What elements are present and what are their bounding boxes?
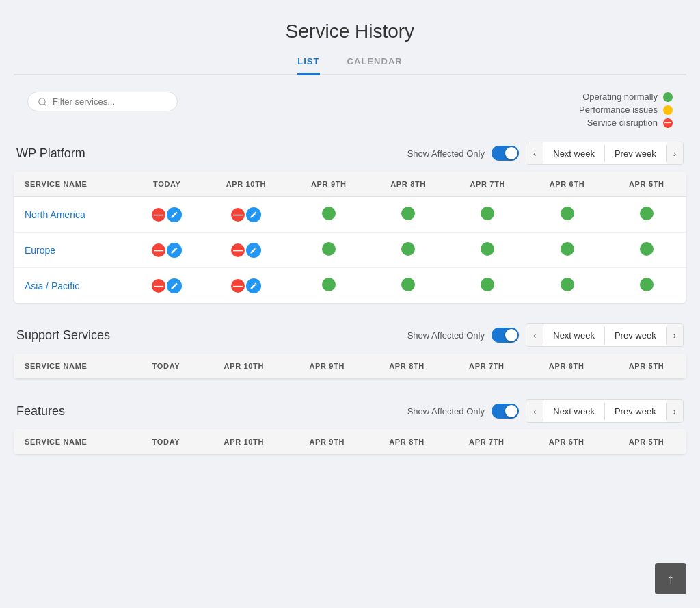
col-apr8-1: APR 8TH: [367, 354, 447, 379]
green-dot: [640, 278, 654, 291]
legend-performance: Performance issues: [579, 105, 673, 115]
col-service-name-0: SERVICE NAME: [14, 172, 131, 197]
table-row: Europe — —: [14, 233, 686, 268]
green-dot: [640, 242, 654, 256]
status-apr5-ap: [607, 268, 686, 304]
svg-point-0: [39, 98, 45, 104]
status-apr10-na: —: [203, 197, 289, 233]
section-support-services: Support Services Show Affected Only ‹ Ne…: [14, 323, 686, 379]
edit-icon[interactable]: [167, 207, 182, 222]
green-dot: [401, 242, 415, 256]
status-today-na: —: [131, 197, 204, 233]
edit-icon[interactable]: [167, 278, 182, 293]
service-name-asia-pacific: Asia / Pacific: [14, 268, 131, 304]
status-apr5-eu: [607, 233, 686, 268]
next-week-btn-1[interactable]: ›: [667, 324, 683, 346]
legend-disruption-label: Service disruption: [587, 118, 658, 128]
edit-icon[interactable]: [246, 278, 261, 293]
legend: Operating normally Performance issues Se…: [579, 92, 673, 128]
section-support-services-header: Support Services Show Affected Only ‹ Ne…: [14, 323, 686, 347]
legend-disruption-dot: —: [663, 118, 673, 128]
col-apr8-2: APR 8TH: [367, 429, 447, 455]
green-dot: [640, 207, 654, 220]
table-row: Asia / Pacific — —: [14, 268, 686, 304]
disruption-icon: —: [152, 208, 165, 222]
green-dot: [481, 278, 494, 291]
show-affected-label-0: Show Affected Only: [407, 148, 485, 159]
toggle-affected-2[interactable]: [492, 404, 519, 419]
next-week-btn-2[interactable]: ›: [667, 400, 683, 422]
section-wp-platform-header: WP Platform Show Affected Only ‹ Next we…: [14, 142, 686, 165]
disruption-icon: —: [231, 279, 245, 293]
col-today-0: TODAY: [131, 172, 204, 197]
col-today-1: TODAY: [131, 354, 200, 379]
toggle-affected-0[interactable]: [492, 146, 519, 161]
green-dot: [401, 207, 415, 220]
col-apr6-0: APR 6TH: [527, 172, 606, 197]
disruption-icon: —: [231, 208, 245, 222]
toggle-affected-1[interactable]: [492, 328, 519, 343]
table-row: North America — —: [14, 197, 686, 233]
section-wp-platform-title: WP Platform: [16, 146, 85, 161]
col-apr7-2: APR 7TH: [447, 429, 527, 455]
prev-week-btn-0[interactable]: ‹: [526, 142, 543, 164]
col-service-name-1: SERVICE NAME: [14, 354, 131, 379]
search-box[interactable]: [27, 92, 178, 111]
week-nav-1: ‹ Next week Prev week ›: [526, 323, 684, 347]
tab-calendar[interactable]: CALENDAR: [347, 56, 403, 75]
status-apr5-na: [607, 197, 686, 233]
table-support-services: SERVICE NAME TODAY APR 10TH APR 9TH APR …: [14, 354, 686, 379]
status-apr8-na: [368, 197, 448, 233]
section-wp-platform: WP Platform Show Affected Only ‹ Next we…: [14, 142, 686, 303]
edit-icon[interactable]: [246, 243, 261, 258]
next-week-label-2: Next week: [543, 403, 605, 420]
show-affected-label-2: Show Affected Only: [407, 406, 485, 417]
status-today-eu: —: [131, 233, 204, 268]
tab-list[interactable]: LIST: [297, 56, 319, 75]
edit-icon[interactable]: [246, 207, 261, 222]
status-apr10-ap: —: [203, 268, 289, 304]
section-features-title: Features: [16, 404, 65, 419]
next-week-btn-0[interactable]: ›: [667, 142, 683, 164]
col-service-name-2: SERVICE NAME: [14, 429, 131, 455]
toggle-knob-0: [505, 147, 517, 159]
legend-operating: Operating normally: [579, 92, 673, 102]
search-input[interactable]: [53, 96, 167, 107]
col-apr10-2: APR 10TH: [201, 429, 287, 455]
table-header-row-2: SERVICE NAME TODAY APR 10TH APR 9TH APR …: [14, 429, 686, 455]
wp-platform-table: SERVICE NAME TODAY APR 10TH APR 9TH APR …: [14, 172, 686, 303]
status-apr9-na: [289, 197, 368, 233]
service-name-north-america: North America: [14, 197, 131, 233]
green-dot: [322, 242, 336, 256]
status-apr7-eu: [448, 233, 527, 268]
disruption-icon: —: [152, 279, 165, 293]
col-apr9-2: APR 9TH: [287, 429, 367, 455]
status-apr10-eu: —: [203, 233, 289, 268]
table-wp-platform: SERVICE NAME TODAY APR 10TH APR 9TH APR …: [14, 172, 686, 303]
col-today-2: TODAY: [131, 429, 200, 455]
prev-week-btn-1[interactable]: ‹: [526, 324, 543, 346]
edit-icon[interactable]: [167, 243, 182, 258]
section-features-controls: Show Affected Only ‹ Next week Prev week…: [407, 399, 684, 423]
status-apr9-ap: [289, 268, 368, 304]
scroll-top-button[interactable]: ↑: [655, 563, 686, 594]
page-wrapper: Service History LIST CALENDAR Operating …: [0, 0, 700, 608]
section-features-header: Features Show Affected Only ‹ Next week …: [14, 399, 686, 423]
col-apr6-1: APR 6TH: [526, 354, 606, 379]
col-apr9-1: APR 9TH: [287, 354, 367, 379]
svg-line-1: [44, 103, 46, 105]
support-services-table: SERVICE NAME TODAY APR 10TH APR 9TH APR …: [14, 354, 686, 379]
legend-performance-dot: [663, 105, 673, 115]
prev-week-label-2: Prev week: [605, 403, 667, 420]
toggle-knob-2: [505, 405, 517, 417]
col-apr8-0: APR 8TH: [368, 172, 448, 197]
prev-week-btn-2[interactable]: ‹: [526, 400, 543, 422]
col-apr7-0: APR 7TH: [448, 172, 527, 197]
next-week-label-0: Next week: [543, 145, 605, 162]
col-apr10-0: APR 10TH: [203, 172, 289, 197]
green-dot: [561, 242, 574, 256]
section-features: Features Show Affected Only ‹ Next week …: [14, 399, 686, 455]
green-dot: [401, 278, 415, 291]
table-features: SERVICE NAME TODAY APR 10TH APR 9TH APR …: [14, 429, 686, 455]
legend-disruption: Service disruption —: [579, 118, 673, 128]
